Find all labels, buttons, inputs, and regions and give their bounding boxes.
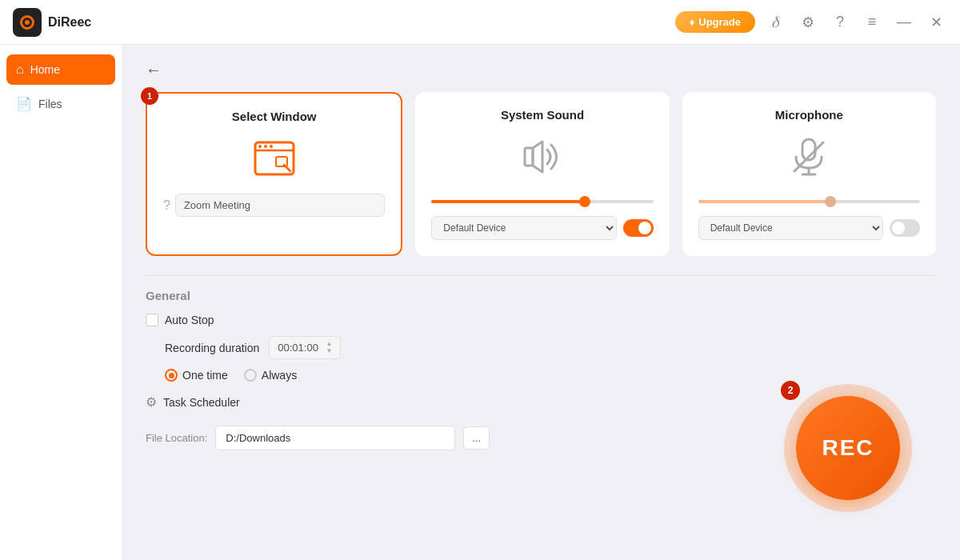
- title-bar: DiReec ♦ Upgrade 𝛿 ⚙ ? ≡ — ✕: [0, 0, 960, 45]
- microphone-title: Microphone: [698, 108, 920, 122]
- upgrade-icon: ♦: [690, 16, 695, 28]
- one-time-label: One time: [182, 369, 228, 382]
- main-layout: ⌂ Home 📄 Files ← 1 Select Window: [0, 45, 960, 560]
- back-button[interactable]: ←: [146, 61, 162, 79]
- svg-point-2: [258, 145, 262, 148]
- duration-down-arrow[interactable]: ▼: [326, 348, 332, 354]
- microphone-card: Microphone Default De: [682, 92, 936, 256]
- auto-stop-checkbox[interactable]: [146, 314, 158, 326]
- recording-duration-input[interactable]: 00:01:00 ▲ ▼: [269, 336, 341, 359]
- recording-duration-row: Recording duration 00:01:00 ▲ ▼: [146, 336, 936, 359]
- system-sound-icon-area: [431, 133, 653, 181]
- home-icon: ⌂: [16, 62, 24, 77]
- sound-icon: [518, 135, 566, 178]
- sidebar-item-files-label: Files: [38, 98, 62, 110]
- section-divider: [146, 275, 936, 276]
- close-button[interactable]: ✕: [925, 11, 947, 34]
- window-help-icon[interactable]: ?: [163, 198, 170, 213]
- auto-stop-row: Auto Stop: [146, 314, 936, 326]
- sidebar-item-home[interactable]: ⌂ Home: [6, 54, 115, 85]
- file-path-input[interactable]: [215, 426, 455, 450]
- sidebar-item-files[interactable]: 📄 Files: [6, 88, 115, 119]
- microphone-icon-area: [698, 133, 920, 181]
- sidebar-item-home-label: Home: [30, 63, 60, 76]
- rec-button-container: 2 REC: [784, 384, 912, 512]
- close-icon: ✕: [930, 14, 942, 31]
- settings-button[interactable]: ⚙: [797, 11, 819, 34]
- task-scheduler-gear-icon: ⚙: [146, 394, 157, 410]
- general-title: General: [146, 289, 936, 302]
- titlebar-actions: ♦ Upgrade 𝛿 ⚙ ? ≡ — ✕: [675, 11, 947, 34]
- system-sound-device-select[interactable]: Default Device: [431, 216, 616, 240]
- one-time-radio-dot: [169, 373, 174, 378]
- rec-badge: 2: [781, 381, 800, 400]
- help-icon: ?: [836, 14, 844, 30]
- system-sound-device-row: Default Device: [431, 216, 653, 240]
- cards-row: 1 Select Window ? Z: [146, 92, 936, 256]
- content-area: ← 1 Select Window: [122, 45, 960, 560]
- upgrade-button[interactable]: ♦ Upgrade: [675, 11, 755, 33]
- minimize-button[interactable]: —: [893, 11, 915, 34]
- svg-marker-7: [533, 142, 542, 172]
- file-more-button[interactable]: ...: [463, 426, 490, 450]
- always-radio[interactable]: [244, 369, 257, 382]
- microphone-icon: [786, 134, 831, 179]
- microphone-toggle-knob: [892, 222, 905, 234]
- system-sound-card: System Sound Default Device: [415, 92, 669, 256]
- menu-icon: ≡: [868, 14, 877, 30]
- microphone-toggle[interactable]: [890, 219, 920, 237]
- duration-arrows: ▲ ▼: [326, 341, 332, 354]
- system-sound-toggle[interactable]: [623, 219, 654, 237]
- app-name: DiReec: [48, 15, 91, 30]
- gear-icon: ⚙: [802, 14, 814, 31]
- app-logo-icon: [13, 8, 42, 37]
- sidebar: ⌂ Home 📄 Files: [0, 45, 122, 560]
- window-icon: [254, 141, 295, 176]
- system-sound-toggle-knob: [638, 222, 651, 234]
- select-window-badge: 1: [141, 87, 158, 105]
- one-time-option[interactable]: One time: [165, 369, 228, 382]
- help-button[interactable]: ?: [829, 11, 851, 34]
- svg-rect-8: [525, 148, 533, 166]
- auto-stop-label: Auto Stop: [165, 314, 214, 326]
- select-window-title: Select Window: [163, 110, 385, 123]
- recording-duration-label: Recording duration: [165, 342, 259, 354]
- one-time-radio[interactable]: [165, 369, 178, 382]
- always-label: Always: [262, 369, 297, 382]
- task-scheduler-label[interactable]: Task Scheduler: [163, 396, 240, 409]
- window-select-dropdown[interactable]: Zoom Meeting: [175, 194, 385, 217]
- svg-point-3: [264, 145, 267, 148]
- microphone-device-select[interactable]: Default Device: [698, 216, 883, 240]
- upgrade-label: Upgrade: [698, 16, 741, 28]
- menu-button[interactable]: ≡: [861, 11, 883, 34]
- select-window-icon-area: [163, 134, 385, 182]
- system-sound-title: System Sound: [431, 108, 653, 122]
- file-location-label: File Location:: [146, 432, 207, 444]
- token-button[interactable]: 𝛿: [765, 11, 787, 34]
- minimize-icon: —: [897, 14, 911, 30]
- duration-up-arrow[interactable]: ▲: [326, 341, 332, 347]
- system-sound-slider[interactable]: [431, 200, 653, 203]
- token-icon: 𝛿: [772, 13, 780, 31]
- always-option[interactable]: Always: [244, 369, 297, 382]
- app-logo-area: DiReec: [13, 8, 675, 37]
- files-icon: 📄: [16, 96, 32, 111]
- logo-ring: [20, 15, 34, 30]
- recording-duration-value: 00:01:00: [278, 342, 318, 354]
- system-sound-slider-container: [431, 192, 653, 206]
- window-select-row: ? Zoom Meeting: [163, 194, 385, 217]
- radio-row: One time Always: [146, 369, 936, 382]
- microphone-device-row: Default Device: [698, 216, 920, 240]
- microphone-slider-container: [698, 192, 920, 206]
- microphone-slider[interactable]: [698, 200, 920, 203]
- rec-button[interactable]: REC: [796, 396, 900, 500]
- svg-point-4: [270, 145, 273, 148]
- select-window-card: 1 Select Window ? Z: [146, 92, 402, 256]
- rec-outer-ring: 2 REC: [784, 384, 912, 512]
